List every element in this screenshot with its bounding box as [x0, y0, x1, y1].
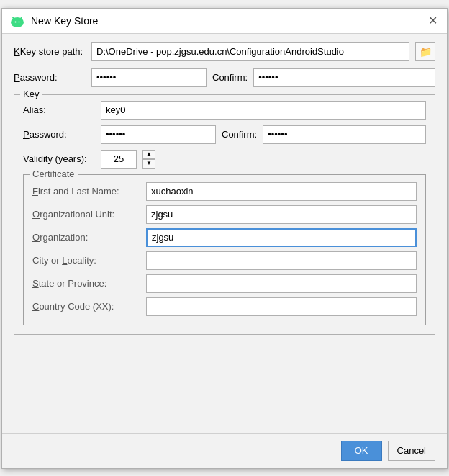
state-label: State or Province:	[32, 278, 140, 289]
alias-input[interactable]	[101, 101, 426, 120]
title-bar: New Key Store ✕	[2, 9, 447, 34]
first-last-label: First and Last Name:	[32, 186, 140, 197]
key-legend: Key	[20, 89, 42, 99]
dialog-footer: OK Cancel	[2, 433, 447, 468]
key-section: Key Alias: Password: Confirm: V	[14, 94, 435, 335]
svg-rect-1	[12, 20, 22, 26]
first-last-input[interactable]	[146, 182, 417, 201]
alias-label: Alias:	[23, 104, 95, 115]
key-confirm-input[interactable]	[263, 125, 426, 144]
top-password-label: Password:	[14, 72, 86, 83]
state-input[interactable]	[146, 274, 417, 293]
validity-input[interactable]	[101, 150, 137, 169]
certificate-legend: Certificate	[30, 169, 78, 179]
keystore-path-label: KKey store path:	[14, 46, 86, 57]
validity-row: Validity (years): ▲ ▼	[23, 150, 426, 169]
dialog-title: New Key Store	[31, 15, 98, 27]
country-label: Country Code (XX):	[32, 301, 140, 312]
top-password-row: Password: Confirm:	[14, 68, 435, 87]
org-input[interactable]	[146, 228, 417, 247]
validity-up-button[interactable]: ▲	[142, 150, 155, 159]
top-confirm-label: Confirm:	[212, 72, 248, 83]
keystore-path-input[interactable]	[91, 42, 409, 61]
top-password-input[interactable]	[91, 68, 207, 87]
dialog-body: KKey store path: 📁 Password: Confirm: Ke…	[2, 34, 447, 433]
org-unit-input[interactable]	[146, 205, 417, 224]
key-confirm-label: Confirm:	[222, 129, 257, 140]
svg-point-4	[15, 21, 17, 22]
city-input[interactable]	[146, 251, 417, 270]
first-last-row: First and Last Name:	[32, 182, 417, 201]
org-unit-row: Organizational Unit:	[32, 205, 417, 224]
country-row: Country Code (XX):	[32, 297, 417, 316]
new-key-store-dialog: New Key Store ✕ KKey store path: 📁 Passw…	[1, 8, 448, 469]
keystore-path-row: KKey store path: 📁	[14, 42, 435, 61]
key-password-input[interactable]	[101, 125, 216, 144]
top-confirm-input[interactable]	[253, 68, 435, 87]
android-icon	[9, 13, 25, 29]
validity-spinner: ▲ ▼	[142, 150, 155, 169]
org-row: Organization:	[32, 228, 417, 247]
key-password-label: Password:	[23, 129, 95, 140]
ok-button[interactable]: OK	[341, 441, 382, 461]
org-label: Organization:	[32, 232, 140, 243]
city-row: City or Locality:	[32, 251, 417, 270]
cancel-button[interactable]: Cancel	[388, 441, 435, 461]
validity-down-button[interactable]: ▼	[142, 159, 155, 169]
state-row: State or Province:	[32, 274, 417, 293]
validity-label: Validity (years):	[23, 153, 95, 164]
city-label: City or Locality:	[32, 255, 140, 266]
country-input[interactable]	[146, 297, 417, 316]
svg-point-5	[19, 21, 20, 22]
browse-folder-button[interactable]: 📁	[415, 42, 435, 61]
org-unit-label: Organizational Unit:	[32, 209, 140, 220]
folder-icon: 📁	[419, 46, 432, 58]
close-button[interactable]: ✕	[425, 14, 440, 28]
certificate-section: Certificate First and Last Name: Organiz…	[23, 174, 426, 325]
title-left: New Key Store	[9, 13, 98, 29]
alias-row: Alias:	[23, 101, 426, 120]
key-password-row: Password: Confirm:	[23, 125, 426, 144]
